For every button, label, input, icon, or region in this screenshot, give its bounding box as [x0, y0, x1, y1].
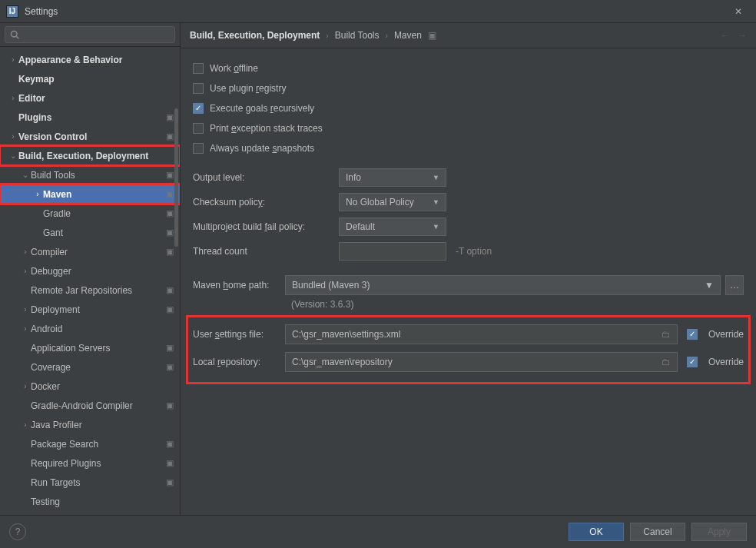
output-level-label: Output level:	[193, 172, 339, 183]
tree-label: Deployment	[31, 304, 164, 315]
tree-item-version-control[interactable]: ›Version Control▣	[0, 127, 180, 146]
tree-label: Compiler	[31, 247, 164, 257]
cancel-button[interactable]: Cancel	[630, 523, 685, 541]
tree-item-build-tools[interactable]: ⌄Build Tools▣	[0, 165, 180, 184]
close-icon[interactable]: ✕	[727, 6, 750, 17]
multi-build-fail-select[interactable]: Default▼	[339, 218, 446, 236]
crumb-2[interactable]: Maven	[394, 30, 422, 41]
checkbox[interactable]	[193, 143, 204, 154]
scope-marker-icon: ▣	[164, 304, 175, 314]
local-repo-override[interactable]: Override	[687, 357, 744, 367]
nav-back-icon[interactable]: ←	[721, 30, 730, 41]
multi-build-fail-label: Multiproject build fail policy:	[193, 221, 339, 232]
tree-item-build-execution-deployment[interactable]: ⌄Build, Execution, Deployment	[0, 146, 180, 165]
scope-marker-icon: ▣	[164, 439, 175, 449]
breadcrumb: Build, Execution, Deployment › Build Too…	[181, 23, 756, 48]
chevron-down-icon: ⌄	[20, 171, 31, 179]
tree-item-appearance-behavior[interactable]: ›Appearance & Behavior	[0, 50, 180, 69]
check-execute-goals[interactable]: Execute goals recursively	[193, 99, 744, 118]
tree-label: Version Control	[18, 131, 164, 142]
chevron-right-icon: ›	[20, 267, 31, 275]
search-input-wrap[interactable]	[5, 26, 175, 43]
checkbox[interactable]	[687, 329, 698, 340]
chevron-right-icon: ›	[20, 247, 31, 256]
checkbox[interactable]	[193, 83, 204, 94]
highlighted-section: User settings file: C:\gsr_maven\setting…	[188, 317, 748, 382]
tree-item-remote-jar-repositories[interactable]: Remote Jar Repositories▣	[0, 281, 180, 300]
crumb-0[interactable]: Build, Execution, Deployment	[190, 30, 320, 41]
check-use-plugin-registry[interactable]: Use plugin registry	[193, 79, 744, 98]
check-always-update[interactable]: Always update snapshots	[193, 139, 744, 158]
output-level-select[interactable]: Info▼	[339, 168, 446, 187]
scope-marker-icon: ▣	[164, 112, 175, 122]
checksum-policy-label: Checksum policy:	[193, 197, 339, 208]
chevron-right-icon: ›	[326, 32, 328, 40]
settings-main: Build, Execution, Deployment › Build Too…	[181, 23, 756, 515]
check-print-exception[interactable]: Print exception stack traces	[193, 119, 744, 138]
checksum-policy-select[interactable]: No Global Policy▼	[339, 193, 446, 211]
check-work-offline[interactable]: Work offline	[193, 59, 744, 78]
tree-item-gant[interactable]: Gant▣	[0, 223, 180, 242]
tree-label: Run Targets	[31, 477, 164, 488]
tree-item-run-targets[interactable]: Run Targets▣	[0, 473, 180, 492]
folder-icon[interactable]: 🗀	[662, 357, 671, 367]
tree-item-package-search[interactable]: Package Search▣	[0, 434, 180, 453]
maven-home-select[interactable]: Bundled (Maven 3)▼	[285, 275, 721, 295]
local-repo-label: Local repository:	[193, 357, 285, 367]
crumb-1[interactable]: Build Tools	[335, 30, 380, 41]
tree-item-android[interactable]: ›Android	[0, 319, 180, 338]
tree-item-application-servers[interactable]: Application Servers▣	[0, 338, 180, 357]
checkbox[interactable]	[193, 63, 204, 74]
scope-marker-icon: ▣	[164, 477, 175, 487]
local-repo-input[interactable]: C:\gsr_maven\repository 🗀	[285, 352, 678, 372]
scope-marker-icon: ▣	[164, 247, 175, 257]
search-input[interactable]	[22, 29, 170, 40]
ok-button[interactable]: OK	[569, 523, 624, 541]
user-settings-override[interactable]: Override	[687, 329, 744, 340]
titlebar: IJ Settings ✕	[0, 0, 756, 23]
tree-item-docker[interactable]: ›Docker	[0, 377, 180, 396]
nav-forward-icon[interactable]: →	[738, 30, 747, 41]
tree-item-debugger[interactable]: ›Debugger	[0, 261, 180, 281]
tree-label: Application Servers	[31, 343, 164, 354]
browse-button[interactable]: …	[725, 275, 744, 295]
scrollbar-thumb[interactable]	[174, 108, 178, 247]
tree-item-compiler[interactable]: ›Compiler▣	[0, 242, 180, 261]
scope-marker-icon: ▣	[164, 170, 175, 180]
tree-item-plugins[interactable]: Plugins▣	[0, 108, 180, 127]
tree-item-required-plugins[interactable]: Required Plugins▣	[0, 453, 180, 473]
scope-marker-icon: ▣	[164, 400, 175, 410]
tree-label: Keymap	[18, 74, 164, 85]
tree-label: Remote Jar Repositories	[31, 285, 164, 296]
settings-tree[interactable]: ›Appearance & BehaviorKeymap›EditorPlugi…	[0, 47, 180, 515]
chevron-right-icon: ›	[386, 32, 388, 40]
help-button[interactable]: ?	[9, 523, 26, 540]
chevron-right-icon: ›	[32, 190, 43, 198]
chevron-right-icon: ›	[8, 132, 18, 141]
tree-item-java-profiler[interactable]: ›Java Profiler	[0, 415, 180, 434]
tree-item-gradle-android-compiler[interactable]: Gradle-Android Compiler▣	[0, 396, 180, 415]
folder-icon[interactable]: 🗀	[662, 329, 671, 340]
checkbox[interactable]	[687, 357, 698, 367]
checkbox[interactable]	[193, 103, 204, 114]
settings-sidebar: ›Appearance & BehaviorKeymap›EditorPlugi…	[0, 23, 181, 515]
scope-marker-icon: ▣	[164, 362, 175, 372]
maven-version: (Version: 3.6.3)	[285, 299, 744, 317]
apply-button[interactable]: Apply	[691, 523, 747, 541]
tree-item-gradle[interactable]: Gradle▣	[0, 204, 180, 223]
tree-label: Gradle	[43, 208, 164, 219]
tree-label: Appearance & Behavior	[18, 55, 164, 65]
check-label: Use plugin registry	[210, 83, 286, 94]
tree-item-editor[interactable]: ›Editor	[0, 88, 180, 108]
tree-label: Editor	[18, 93, 164, 104]
tree-item-maven[interactable]: ›Maven▣	[0, 184, 180, 204]
chevron-down-icon: ▼	[433, 174, 439, 181]
thread-count-input[interactable]	[339, 242, 446, 261]
user-settings-input[interactable]: C:\gsr_maven\settings.xml 🗀	[285, 324, 678, 344]
tree-item-testing[interactable]: Testing	[0, 492, 180, 511]
tree-item-deployment[interactable]: ›Deployment▣	[0, 300, 180, 319]
tree-item-keymap[interactable]: Keymap	[0, 69, 180, 88]
tree-item-coverage[interactable]: Coverage▣	[0, 357, 180, 377]
user-settings-label: User settings file:	[193, 329, 285, 340]
checkbox[interactable]	[193, 123, 204, 134]
